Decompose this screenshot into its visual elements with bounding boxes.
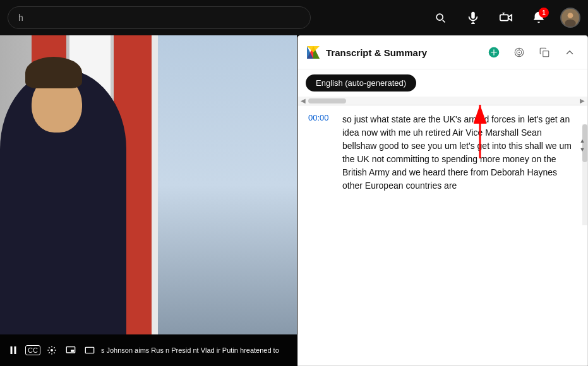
video-area: CC s Johnson aims Rus n Presid nt	[0, 35, 297, 366]
svg-rect-20	[543, 51, 549, 57]
search-box[interactable]: h	[8, 6, 311, 29]
top-bar: h 1	[0, 0, 588, 35]
caption-overlay: s Johnson aims Rus n Presid nt Vlad ir P…	[101, 346, 292, 354]
right-area: Transcript & Summary	[297, 35, 588, 366]
captions-button[interactable]: CC	[25, 345, 40, 355]
scroll-right-button[interactable]: ▶	[580, 97, 585, 104]
ai-summary-button[interactable]	[484, 42, 504, 62]
copy-button[interactable]	[534, 42, 555, 62]
avatar[interactable]	[560, 8, 580, 28]
panel-title: Transcript & Summary	[326, 47, 479, 58]
settings-panel-button[interactable]	[509, 42, 529, 62]
play-pause-button[interactable]	[5, 343, 21, 357]
horizontal-scrollbar[interactable]: ◀ ▶	[298, 97, 587, 105]
svg-rect-9	[71, 350, 74, 351]
transcript-entry: 00:00 so just what state are the UK's ar…	[308, 113, 577, 192]
scroll-down-button[interactable]: ▼	[577, 145, 587, 155]
settings-button[interactable]	[44, 344, 59, 357]
svg-point-17	[519, 52, 520, 53]
yt-logo	[306, 45, 321, 60]
svg-rect-0	[471, 12, 475, 19]
video-player[interactable]	[0, 35, 297, 334]
video-scene	[0, 35, 297, 334]
theater-button[interactable]	[82, 344, 97, 357]
main-content: CC s Johnson aims Rus n Presid nt	[0, 35, 588, 366]
search-value: h	[18, 13, 23, 23]
video-controls: CC s Johnson aims Rus n Presid nt	[0, 334, 297, 366]
notifications-button[interactable]: 1	[527, 6, 550, 29]
svg-point-3	[568, 13, 573, 18]
transcript-text: so just what state are the UK's armed fo…	[342, 113, 577, 192]
scroll-thumb[interactable]	[308, 98, 346, 103]
create-button[interactable]	[495, 6, 517, 29]
mic-button[interactable]	[462, 6, 484, 29]
svg-rect-10	[85, 347, 93, 353]
language-pill-container: English (auto-generated)	[298, 69, 587, 97]
panel-header: Transcript & Summary	[298, 36, 587, 69]
transcript-content[interactable]: 00:00 so just what state are the UK's ar…	[298, 105, 587, 365]
svg-rect-6	[15, 346, 16, 354]
miniplayer-button[interactable]	[63, 344, 78, 357]
search-button[interactable]	[429, 6, 452, 29]
top-icons: 1	[429, 6, 580, 29]
language-pill[interactable]: English (auto-generated)	[306, 74, 416, 92]
scroll-left-button[interactable]: ◀	[301, 97, 306, 104]
collapse-button[interactable]	[560, 42, 580, 62]
svg-rect-5	[11, 346, 13, 354]
transcript-timestamp[interactable]: 00:00	[308, 113, 335, 192]
svg-point-7	[51, 349, 53, 351]
transcript-panel: Transcript & Summary	[297, 35, 588, 366]
svg-rect-1	[500, 15, 508, 20]
notification-badge: 1	[539, 8, 549, 18]
